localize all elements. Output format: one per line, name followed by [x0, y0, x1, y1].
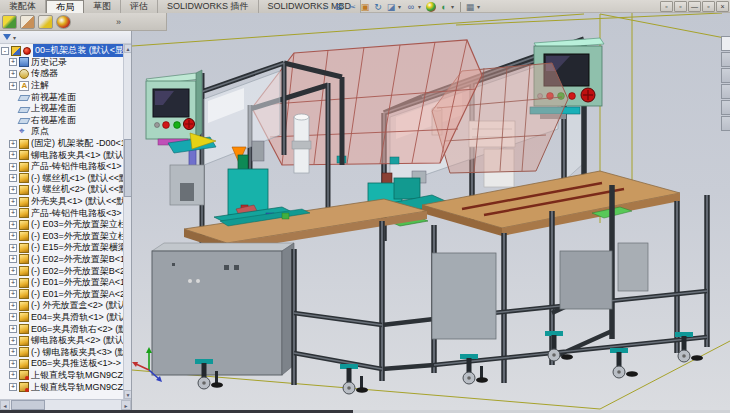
scroll-thumb-h[interactable] — [11, 400, 45, 410]
move-component-icon[interactable] — [20, 15, 35, 29]
restore-button[interactable]: ▫ — [702, 1, 715, 12]
tree-item[interactable]: + 产品-铸铝件电路板<3> — [0, 207, 131, 219]
taskpane-tab-3[interactable] — [721, 68, 730, 83]
apply-scene-icon-dropdown[interactable]: ▾ — [451, 3, 457, 10]
scroll-thumb[interactable] — [124, 139, 131, 197]
tree-item[interactable]: + (-) E03=外壳放置架立柱 — [0, 219, 131, 231]
tree-item[interactable]: 前视基准面 — [0, 91, 131, 103]
tree-item[interactable]: + (-) E01=外壳放置架A<2 — [0, 288, 131, 300]
3d-model-canvas[interactable] — [132, 13, 730, 410]
tree-item[interactable]: + 外壳夹具<1> (默认<<默 — [0, 196, 131, 208]
taskpane-tab-6[interactable] — [721, 116, 730, 131]
expand-toggle-icon[interactable]: + — [9, 82, 17, 90]
tree-item[interactable]: + 铆电路板夹具<1> (默认 — [0, 149, 131, 161]
tree-item[interactable]: + 上银直线导轨MGN9CZ0 — [0, 381, 131, 393]
expand-toggle-icon[interactable]: + — [9, 383, 17, 391]
tree-horizontal-scrollbar[interactable]: ◄ ► — [0, 399, 131, 410]
tree-item[interactable]: - 00=机架总装 (默认<显 — [0, 45, 131, 57]
edit-appearance-icon[interactable] — [426, 2, 436, 12]
close-button[interactable]: × — [716, 1, 729, 12]
expand-toggle-icon[interactable]: - — [1, 47, 9, 55]
expand-toggle-icon[interactable]: + — [9, 58, 17, 66]
expand-toggle-icon[interactable]: + — [9, 70, 17, 78]
mate-icon[interactable] — [38, 15, 53, 29]
expand-toggle-icon[interactable]: + — [9, 360, 17, 368]
tree-item[interactable]: + (-) E15=外壳放置架横梁 — [0, 242, 131, 254]
tree-item[interactable]: 原点 — [0, 126, 131, 138]
expand-toggle-icon[interactable]: + — [9, 279, 17, 287]
expand-toggle-icon[interactable]: + — [9, 371, 17, 379]
tree-item[interactable]: + 历史记录 — [0, 57, 131, 69]
taskpane-tab-2[interactable] — [721, 52, 730, 67]
hide-show-items-icon-dropdown[interactable]: ▾ — [418, 3, 424, 10]
tree-item[interactable]: 上视基准面 — [0, 103, 131, 115]
scroll-down-arrow[interactable]: ▼ — [124, 390, 131, 399]
taskpane-tab-4[interactable] — [721, 84, 730, 99]
doc-window-button-2[interactable]: ▫ — [674, 1, 687, 12]
tree-item[interactable]: + 铆电路板夹具<2> (默认 — [0, 335, 131, 347]
tree-item[interactable]: + 注解 — [0, 80, 131, 92]
zoom-to-fit-icon[interactable]: ⌕ — [320, 1, 332, 13]
expand-toggle-icon[interactable]: + — [9, 198, 17, 206]
expand-toggle-icon[interactable]: + — [9, 325, 17, 333]
edit-component-icon[interactable] — [2, 15, 17, 29]
doc-window-button-1[interactable]: ▫ — [660, 1, 673, 12]
view-orientation-icon[interactable]: ▣ — [359, 1, 371, 13]
filter-icon[interactable] — [3, 34, 11, 40]
scroll-up-arrow[interactable]: ▲ — [124, 44, 131, 53]
tree-item[interactable]: + (-) E03=外壳放置架立柱 — [0, 231, 131, 243]
command-tab-草图[interactable]: 草图 — [84, 0, 121, 13]
expand-toggle-icon[interactable]: + — [9, 313, 17, 321]
display-style-icon-dropdown[interactable]: ▾ — [398, 3, 404, 10]
tree-item[interactable]: + 产品-铸铝件电路板<1> — [0, 161, 131, 173]
expand-toggle-icon[interactable]: + — [9, 255, 17, 263]
tree-item[interactable]: + (-) 外壳放置盒<2> (默认 — [0, 300, 131, 312]
view-settings-icon-dropdown[interactable]: ▾ — [477, 3, 483, 10]
tree-item[interactable]: + (-) E02=外壳放置架B<2 — [0, 265, 131, 277]
tree-item[interactable]: + 传感器 — [0, 68, 131, 80]
expand-toggle-icon[interactable]: + — [9, 140, 17, 148]
taskpane-tab-5[interactable] — [721, 100, 730, 115]
tree-item[interactable]: + E04=夹具滑轨<1> (默认 — [0, 312, 131, 324]
zoom-to-area-icon[interactable]: ⊞ — [333, 1, 345, 13]
expand-toggle-icon[interactable]: + — [9, 337, 17, 345]
command-tab-SOLIDWORKS 插件[interactable]: SOLIDWORKS 插件 — [158, 0, 259, 13]
display-style-icon[interactable]: ◪ — [385, 1, 397, 13]
scroll-left-arrow[interactable]: ◄ — [0, 400, 10, 410]
expand-toggle-icon[interactable]: + — [9, 174, 17, 182]
expand-toggle-icon[interactable]: + — [9, 186, 17, 194]
expand-toggle-icon[interactable]: + — [9, 290, 17, 298]
tree-item[interactable]: + (-) 铆电路板夹具<3> (默 — [0, 346, 131, 358]
view-settings-icon[interactable]: ▦ — [464, 1, 476, 13]
minimize-button[interactable]: — — [688, 1, 701, 12]
rotate-view-icon[interactable]: ↻ — [372, 1, 384, 13]
command-tab-布局[interactable]: 布局 — [46, 0, 84, 13]
tree-item[interactable]: + (-) 螺丝机<2> (默认<<默 — [0, 184, 131, 196]
expand-toggle-icon[interactable]: + — [9, 221, 17, 229]
tree-item[interactable]: + (-) E02=外壳放置架B<1 — [0, 254, 131, 266]
command-tab-装配体[interactable]: 装配体 — [0, 0, 46, 13]
filter-dropdown-arrow[interactable]: ▾ — [13, 34, 16, 41]
edit-appearance-sphere-icon[interactable] — [56, 15, 71, 29]
toolbar-overflow-chevron[interactable]: » — [116, 17, 121, 27]
section-view-icon[interactable]: ✂ — [346, 1, 358, 13]
expand-toggle-icon[interactable]: + — [9, 163, 17, 171]
expand-toggle-icon[interactable]: + — [9, 209, 17, 217]
tree-item[interactable]: + E05=夹具推送板<1>-> — [0, 358, 131, 370]
tree-item[interactable]: + (-) 螺丝机<1> (默认<<默 — [0, 173, 131, 185]
expand-toggle-icon[interactable]: + — [9, 232, 17, 240]
taskpane-tab-1[interactable] — [721, 36, 730, 51]
expand-toggle-icon[interactable]: + — [9, 348, 17, 356]
expand-toggle-icon[interactable]: + — [9, 267, 17, 275]
expand-toggle-icon[interactable]: + — [9, 151, 17, 159]
viewport-3d[interactable] — [132, 13, 730, 410]
tree-item[interactable]: + 上银直线导轨MGN9CZ0 — [0, 370, 131, 382]
tree-item[interactable]: + (固定) 机架装配 -D00<1 — [0, 138, 131, 150]
tree-item[interactable]: + E06=夹具滑轨右<2> (默 — [0, 323, 131, 335]
command-tab-评估[interactable]: 评估 — [121, 0, 158, 13]
tree-item[interactable]: + (-) E01=外壳放置架A<1 — [0, 277, 131, 289]
tree-vertical-scrollbar[interactable]: ▲ ▼ — [123, 44, 131, 399]
apply-scene-icon[interactable]: ◐ — [438, 1, 450, 13]
scroll-right-arrow[interactable]: ► — [121, 400, 131, 410]
hide-show-items-icon[interactable]: ∞ — [405, 1, 417, 13]
